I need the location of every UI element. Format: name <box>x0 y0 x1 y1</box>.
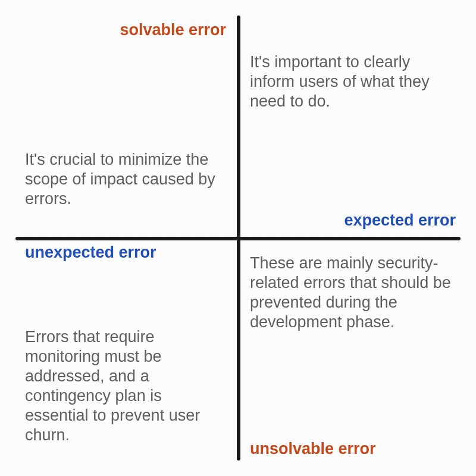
axis-label-bottom: unsolvable error <box>250 440 376 458</box>
axis-label-top: solvable error <box>120 21 226 39</box>
horizontal-axis <box>15 237 461 240</box>
axis-label-right: expected error <box>344 212 456 230</box>
axis-label-left: unexpected error <box>25 244 156 262</box>
quadrant-bottom-right-text: These are mainly security-related errors… <box>250 253 452 332</box>
quadrant-top-right-text: It's important to clearly inform users o… <box>250 52 446 111</box>
quadrant-bottom-left-text: Errors that require monitoring must be a… <box>25 327 221 445</box>
quadrant-top-left-text: It's crucial to minimize the scope of im… <box>25 150 221 209</box>
